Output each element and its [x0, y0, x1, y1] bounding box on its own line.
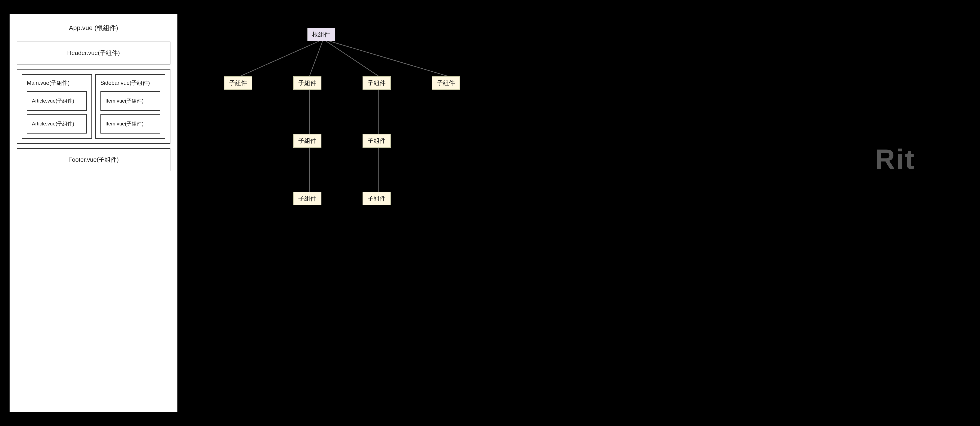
footer-box: Footer.vue(子組件): [17, 148, 170, 171]
app-title: App.vue (根組件): [17, 21, 170, 37]
sidebar-title: Sidebar.vue(子組件): [100, 79, 161, 87]
child4-label: 子組件: [437, 79, 455, 87]
item1-box: Item.vue(子組件): [100, 91, 161, 111]
article2-label: Article.vue(子組件): [32, 121, 74, 127]
svg-line-2: [323, 39, 379, 76]
child6-label: 子組件: [368, 137, 386, 145]
item2-label: Item.vue(子組件): [105, 121, 144, 127]
svg-line-1: [309, 39, 323, 76]
svg-line-0: [240, 39, 323, 76]
main-title: Main.vue(子組件): [27, 79, 87, 87]
root-label: 根組件: [312, 30, 330, 38]
footer-label: Footer.vue(子組件): [68, 156, 119, 163]
header-label: Header.vue(子組件): [67, 49, 120, 56]
tree-container: 根組件 子組件 子組件 子組件 子組件 子組件 子組件 子組件 子組件 Rit: [205, 14, 961, 412]
node-child8: 子組件: [363, 192, 391, 205]
middle-row: Main.vue(子組件) Article.vue(子組件) Article.v…: [17, 69, 170, 144]
node-child5: 子組件: [293, 134, 321, 148]
item1-label: Item.vue(子組件): [105, 98, 144, 104]
right-panel: 根組件 子組件 子組件 子組件 子組件 子組件 子組件 子組件 子組件 Rit: [187, 0, 980, 426]
node-child1: 子組件: [224, 76, 252, 90]
node-child7: 子組件: [293, 192, 321, 205]
child2-label: 子組件: [298, 79, 317, 87]
article2-box: Article.vue(子組件): [27, 114, 87, 134]
article1-box: Article.vue(子組件): [27, 91, 87, 111]
article1-label: Article.vue(子組件): [32, 98, 74, 104]
sidebar-box: Sidebar.vue(子組件) Item.vue(子組件) Item.vue(…: [95, 74, 165, 139]
node-root: 根組件: [307, 28, 335, 41]
node-child2: 子組件: [293, 76, 321, 90]
child1-label: 子組件: [229, 79, 247, 87]
node-child4: 子組件: [432, 76, 460, 90]
child5-label: 子組件: [298, 137, 317, 145]
header-box: Header.vue(子組件): [17, 41, 170, 64]
child3-label: 子組件: [368, 79, 386, 87]
node-child3: 子組件: [363, 76, 391, 90]
item2-box: Item.vue(子組件): [100, 114, 161, 134]
main-box: Main.vue(子組件) Article.vue(子組件) Article.v…: [22, 74, 92, 139]
svg-line-3: [323, 39, 448, 76]
tree-lines: [205, 14, 961, 412]
node-child6: 子組件: [363, 134, 391, 148]
child7-label: 子組件: [298, 195, 317, 203]
left-panel: App.vue (根組件) Header.vue(子組件) Main.vue(子…: [9, 14, 178, 412]
rit-watermark: Rit: [875, 143, 915, 175]
child8-label: 子組件: [368, 195, 386, 203]
